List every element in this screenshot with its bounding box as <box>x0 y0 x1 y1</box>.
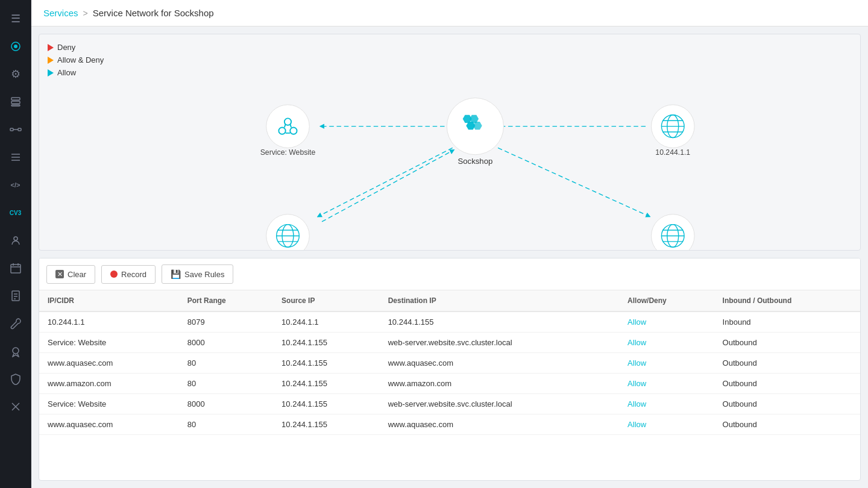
wrench-icon[interactable] <box>4 395 28 419</box>
col-source-ip: Source IP <box>273 290 380 311</box>
breadcrumb-current: Service Network for Sockshop <box>93 8 214 18</box>
cell-allow-deny[interactable]: Allow <box>619 414 714 435</box>
svg-line-25 <box>319 148 452 216</box>
cell-port-range: 80 <box>179 353 273 374</box>
breadcrumb-separator: > <box>83 8 88 18</box>
col-allow-deny: Allow/Deny <box>619 290 714 311</box>
cell-port-range: 8000 <box>179 394 273 414</box>
cell-allow-deny[interactable]: Allow <box>619 374 714 394</box>
rules-table: IP/CIDR Port Range Source IP Destination… <box>39 290 860 435</box>
content-area: Deny Allow & Deny Allow <box>31 27 868 488</box>
cell-port-range: 80 <box>179 374 273 394</box>
cell-port-range: 80 <box>179 414 273 435</box>
cell-destination-ip: web-server.website.svc.cluster.local <box>380 394 619 414</box>
svg-point-20 <box>13 348 19 354</box>
dashboard-icon[interactable] <box>4 34 28 58</box>
cell-direction: Outbound <box>714 394 860 414</box>
cv3-icon[interactable]: CV3 <box>4 201 28 225</box>
table-row: www.aquasec.com8010.244.1.155www.aquasec… <box>39 353 860 374</box>
bottom-area: ✕ Clear Record 💾 Save Rules IP/CIDR <box>39 258 861 481</box>
cell-ip-cidr: www.amazon.com <box>39 374 179 394</box>
action-bar: ✕ Clear Record 💾 Save Rules <box>39 258 860 290</box>
table-header-row: IP/CIDR Port Range Source IP Destination… <box>39 290 860 311</box>
menu-icon[interactable]: ☰ <box>4 7 28 31</box>
cell-source-ip: 10.244.1.155 <box>273 374 380 394</box>
cell-direction: Outbound <box>714 374 860 394</box>
svg-text:Service: Website: Service: Website <box>260 148 316 157</box>
svg-rect-12 <box>11 264 20 273</box>
cell-ip-cidr: 10.244.1.1 <box>39 311 179 333</box>
cell-direction: Inbound <box>714 311 860 333</box>
table-row: 10.244.1.1807910.244.1.110.244.1.155Allo… <box>39 311 860 333</box>
svg-point-11 <box>14 237 17 240</box>
cell-port-range: 8000 <box>179 333 273 353</box>
cell-source-ip: 10.244.1.155 <box>273 353 380 374</box>
clear-button[interactable]: ✕ Clear <box>46 265 95 284</box>
svg-point-56 <box>651 214 694 250</box>
col-destination-ip: Destination IP <box>380 290 619 311</box>
calendar-icon[interactable] <box>4 256 28 280</box>
record-button[interactable]: Record <box>101 265 156 284</box>
cell-source-ip: 10.244.1.155 <box>273 394 380 414</box>
list-icon[interactable] <box>4 145 28 169</box>
tool-icon[interactable] <box>4 311 28 336</box>
cell-ip-cidr: Service: Website <box>39 333 179 353</box>
cell-allow-deny[interactable]: Allow <box>619 353 714 374</box>
table-row: Service: Website800010.244.1.155web-serv… <box>39 394 860 414</box>
cell-source-ip: 10.244.1.1 <box>273 311 380 333</box>
table-row: Service: Website800010.244.1.155web-serv… <box>39 333 860 353</box>
cell-allow-deny[interactable]: Allow <box>619 333 714 353</box>
svg-rect-4 <box>11 105 20 106</box>
table-row: www.amazon.com8010.244.1.155www.amazon.c… <box>39 374 860 394</box>
reports-icon[interactable] <box>4 284 28 308</box>
svg-text:10.244.1.1: 10.244.1.1 <box>655 148 690 157</box>
svg-line-27 <box>322 151 453 222</box>
cell-allow-deny[interactable]: Allow <box>619 311 714 333</box>
svg-rect-6 <box>18 128 21 131</box>
table-row: www.aquasec.com8010.244.1.155www.aquasec… <box>39 414 860 435</box>
col-direction: Inbound / Outbound <box>714 290 860 311</box>
col-ip-cidr: IP/CIDR <box>39 290 179 311</box>
settings-icon[interactable]: ⚙ <box>4 62 28 86</box>
svg-rect-3 <box>11 101 20 104</box>
svg-point-49 <box>266 214 310 250</box>
layers-icon[interactable] <box>4 90 28 114</box>
table-body: 10.244.1.1807910.244.1.110.244.1.155Allo… <box>39 311 860 435</box>
svg-line-26 <box>498 148 649 216</box>
cell-ip-cidr: Service: Website <box>39 394 179 414</box>
svg-text:Sockshop: Sockshop <box>458 157 492 166</box>
users-icon[interactable] <box>4 228 28 252</box>
cell-ip-cidr: www.aquasec.com <box>39 414 179 435</box>
save-rules-button[interactable]: 💾 Save Rules <box>162 264 233 284</box>
cell-port-range: 8079 <box>179 311 273 333</box>
cell-direction: Outbound <box>714 333 860 353</box>
save-icon: 💾 <box>171 269 181 279</box>
svg-rect-2 <box>11 98 20 100</box>
svg-point-0 <box>14 45 17 48</box>
clear-icon: ✕ <box>55 270 64 278</box>
record-icon <box>110 271 118 278</box>
cell-destination-ip: www.aquasec.com <box>380 414 619 435</box>
network-diagram-card: Deny Allow & Deny Allow <box>39 34 861 251</box>
network-diagram-svg: Sockshop Service: Website <box>39 34 860 250</box>
cell-direction: Outbound <box>714 414 860 435</box>
cell-source-ip: 10.244.1.155 <box>273 333 380 353</box>
svg-rect-5 <box>10 128 13 131</box>
cell-direction: Outbound <box>714 353 860 374</box>
shield-icon[interactable] <box>4 367 28 391</box>
cell-ip-cidr: www.aquasec.com <box>39 353 179 374</box>
cell-allow-deny[interactable]: Allow <box>619 394 714 414</box>
col-port-range: Port Range <box>179 290 273 311</box>
network-icon[interactable] <box>4 117 28 142</box>
breadcrumb-services[interactable]: Services <box>43 8 78 18</box>
code-icon[interactable]: </> <box>4 173 28 197</box>
sidebar: ☰ ⚙ </> CV3 <box>0 0 31 488</box>
cell-source-ip: 10.244.1.155 <box>273 414 380 435</box>
clear-label: Clear <box>68 270 86 279</box>
topbar: Services > Service Network for Sockshop <box>31 0 868 27</box>
save-rules-label: Save Rules <box>184 270 224 279</box>
cell-destination-ip: web-server.website.svc.cluster.local <box>380 333 619 353</box>
svg-point-34 <box>266 105 310 148</box>
main-content: Services > Service Network for Sockshop … <box>31 0 868 488</box>
award-icon[interactable] <box>4 339 28 363</box>
